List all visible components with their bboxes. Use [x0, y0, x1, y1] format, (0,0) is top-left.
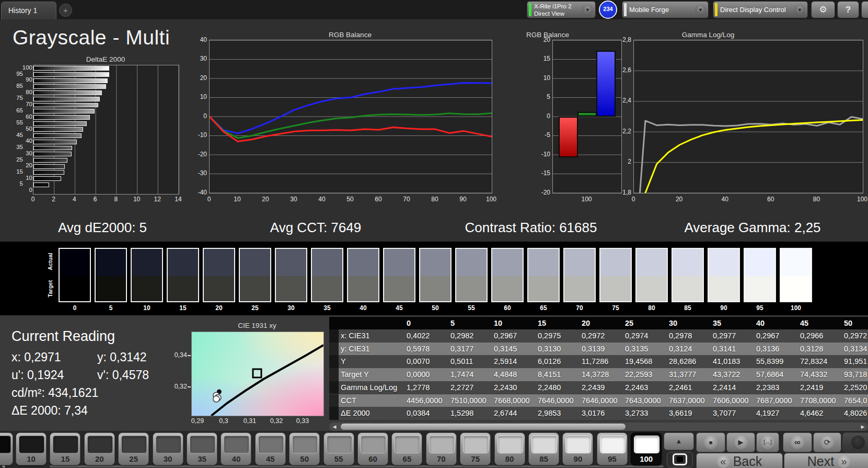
next-button[interactable]: Next » — [784, 453, 868, 468]
column-header: 10 — [494, 319, 502, 327]
pattern-level-button[interactable]: 80 — [494, 432, 525, 465]
display-control-dropdown[interactable]: Direct Display Control ▼ — [713, 1, 808, 18]
table-scrollbar[interactable]: ◀ ▶ — [329, 423, 868, 431]
scroll-right-icon[interactable]: ▶ — [859, 424, 867, 430]
table-cell: 0,3139 — [582, 345, 605, 353]
table-cell: 7643,0000 — [625, 396, 661, 405]
deltae-bar — [33, 90, 102, 95]
deltae-y-label: 100 — [15, 64, 32, 71]
column-header: 30 — [669, 319, 677, 327]
dock-expand-button[interactable]: ▲ — [664, 432, 694, 450]
deltae-x-label: 0 — [25, 196, 41, 203]
table-cell: 4,1927 — [756, 409, 779, 417]
pattern-level-button[interactable]: 50 — [289, 432, 320, 465]
pattern-swatch — [19, 436, 44, 453]
collapse-panel-button[interactable]: ◀ — [861, 1, 868, 18]
table-cell: 7646,0000 — [538, 396, 574, 405]
source-name: Mobile Forge — [629, 2, 669, 18]
interval-button[interactable]: [↔] — [756, 432, 779, 452]
table-cell: 0,3124 — [669, 345, 692, 353]
strip-swatch-actual — [600, 249, 631, 276]
gamma-x-label: 80 — [807, 196, 826, 203]
pattern-level-button[interactable]: 95 — [597, 432, 628, 465]
table-cell: 19,4568 — [625, 357, 652, 366]
pattern-level-button[interactable] — [0, 432, 13, 465]
tab-history-1[interactable]: History 1 — [1, 2, 56, 19]
table-cell: 2,6744 — [494, 409, 517, 417]
meter-dropdown[interactable]: X-Rite i1Pro 2 Direct View ▼ — [527, 1, 596, 18]
pattern-level-button[interactable]: 55 — [323, 432, 354, 465]
pattern-level-button[interactable]: 35 — [187, 432, 217, 465]
table-scrollbar-thumb[interactable] — [341, 424, 626, 430]
settings-button[interactable]: ⚙ — [811, 1, 835, 18]
strip-swatch-label: 55 — [455, 304, 488, 312]
rgb-bar-y-label: -15 — [533, 169, 550, 177]
pattern-level-label: 45 — [256, 454, 285, 463]
pattern-level-button[interactable]: 30 — [153, 432, 183, 465]
gamma-x-label: 40 — [715, 196, 734, 203]
infinity-icon: ∞ — [791, 436, 804, 449]
rgb_balance_line-y-label: -40 — [189, 189, 207, 196]
strip-swatch-target — [636, 276, 667, 301]
pattern-level-label: 75 — [460, 454, 490, 463]
rgb_balance_line-y-label: 10 — [189, 93, 207, 100]
column-header: 20 — [582, 319, 590, 327]
pattern-level-button[interactable]: 65 — [391, 432, 422, 465]
deltae-y-label: 90 — [15, 76, 32, 83]
cie-tick-mark — [188, 386, 191, 387]
deltae-x-label: 6 — [87, 196, 103, 203]
pattern-level-button[interactable]: 45 — [255, 432, 286, 465]
scroll-left-icon[interactable]: ◀ — [330, 424, 339, 430]
deltae-bar — [33, 152, 72, 156]
table-cell: 0,4022 — [407, 332, 430, 340]
stat-avg-cct: Avg CCT: 7649 — [270, 220, 361, 236]
play-button[interactable]: ▶ — [726, 432, 755, 452]
pattern-level-button[interactable]: 85 — [528, 432, 559, 465]
column-header: 0 — [407, 319, 411, 327]
rgb_balance_line-x-label: 70 — [397, 196, 416, 203]
source-dropdown[interactable]: Mobile Forge ▼ — [622, 1, 709, 18]
deltae-bar — [33, 164, 65, 169]
pattern-swatch — [361, 436, 386, 453]
pattern-level-button[interactable]: 10 — [16, 432, 47, 465]
table-cell: 2,2480 — [538, 383, 561, 392]
help-button[interactable]: ? — [837, 1, 859, 18]
strip-swatch-target — [781, 276, 811, 301]
column-header: 40 — [756, 319, 765, 327]
dock-scrollbar[interactable] — [50, 465, 664, 467]
pattern-level-button[interactable]: 15 — [50, 432, 80, 465]
table-cell: 72,8324 — [800, 357, 827, 366]
strip-swatch — [491, 248, 524, 302]
strip-swatch-label: 10 — [131, 304, 163, 312]
table-cell: 0,2982 — [450, 332, 473, 340]
pattern-swatch — [634, 436, 659, 453]
record-button[interactable] — [842, 432, 868, 452]
pattern-level-button[interactable]: 60 — [357, 432, 388, 465]
pattern-level-button[interactable]: 100 — [631, 432, 662, 465]
table-cell: 7654,0 — [844, 396, 867, 405]
rgb_balance_line-y-label: -10 — [189, 131, 207, 139]
strip-swatch — [780, 248, 812, 302]
meter-count-badge: 234 — [599, 1, 617, 19]
table-cell: 0,5978 — [407, 345, 430, 353]
add-tab-button[interactable]: + — [59, 4, 72, 17]
rgb-bar-y-label: 20 — [533, 36, 550, 43]
refresh-button[interactable]: ⟳ — [813, 432, 841, 452]
gamma-y-label: 2,4 — [614, 97, 631, 104]
pattern-level-button[interactable]: 90 — [562, 432, 593, 465]
grayscale-strip: Actual Target 05101520253035404550556065… — [0, 242, 868, 315]
back-button[interactable]: « Back — [696, 453, 783, 468]
deltae-bar — [33, 176, 61, 181]
pattern-level-button[interactable]: 75 — [460, 432, 491, 465]
pattern-window-button[interactable] — [667, 452, 693, 467]
row-label: ΔE 2000 — [341, 409, 370, 417]
pattern-level-button[interactable]: 70 — [426, 432, 457, 465]
pattern-swatch — [463, 436, 489, 453]
pattern-level-button[interactable]: 20 — [84, 432, 115, 465]
pattern-level-button[interactable]: 40 — [221, 432, 251, 465]
target-point-marker — [253, 369, 261, 378]
stop-button[interactable]: ■ — [696, 432, 725, 452]
continuous-read-button[interactable]: ∞ — [783, 432, 812, 452]
deltae-bar — [33, 158, 67, 163]
pattern-level-button[interactable]: 25 — [118, 432, 149, 465]
